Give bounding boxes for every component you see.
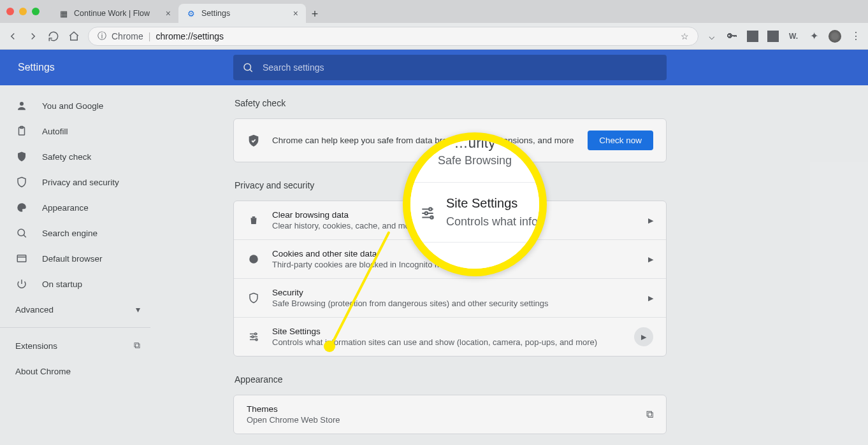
close-tab-icon[interactable]: × bbox=[166, 8, 171, 18]
tab-flow[interactable]: ▦ Continue Work | Flow × bbox=[51, 4, 178, 23]
row-subtitle: Safe Browsing (protection from dangerous… bbox=[272, 299, 637, 308]
window-titlebar: ▦ Continue Work | Flow × ⚙ Settings × + bbox=[0, 0, 868, 23]
sidebar-item-label: You and Google bbox=[42, 101, 103, 111]
settings-search-input[interactable] bbox=[263, 62, 658, 73]
shield-icon bbox=[247, 292, 261, 304]
row-security[interactable]: Security Safe Browsing (protection from … bbox=[234, 278, 666, 317]
appearance-card: Themes Open Chrome Web Store ⧉ bbox=[233, 395, 667, 434]
sidebar-item-label: Default browser bbox=[42, 254, 103, 264]
section-title-appearance: Appearance bbox=[235, 374, 667, 385]
search-icon bbox=[15, 227, 28, 239]
svg-point-7 bbox=[255, 333, 257, 335]
cookie-icon bbox=[247, 253, 261, 265]
home-button[interactable] bbox=[68, 30, 80, 43]
svg-rect-5 bbox=[17, 255, 26, 262]
tab-title: Continue Work | Flow bbox=[74, 9, 150, 18]
search-icon bbox=[242, 62, 254, 73]
svg-point-6 bbox=[249, 255, 258, 264]
chrome-menu-icon[interactable]: ⋮ bbox=[850, 31, 862, 42]
external-link-icon: ⧉ bbox=[646, 409, 653, 420]
ext2-icon[interactable] bbox=[767, 31, 779, 42]
sidebar-item-you-and-google[interactable]: You and Google bbox=[0, 93, 156, 118]
section-title-privacy: Privacy and security bbox=[235, 180, 667, 190]
new-tab-button[interactable]: + bbox=[306, 5, 324, 23]
row-title: Clear browsing data bbox=[272, 210, 637, 220]
toolbar-actions: ⌵ 🔑︎ W. ✦ ⋮ bbox=[706, 30, 862, 43]
settings-content: You and Google Autofill Safety check Pri… bbox=[0, 85, 868, 445]
minimize-window-button[interactable] bbox=[19, 8, 27, 15]
svg-point-1 bbox=[20, 102, 24, 106]
row-subtitle: Open Chrome Web Store bbox=[247, 415, 635, 425]
ext1-icon[interactable] bbox=[747, 31, 758, 42]
sidebar-item-search-engine[interactable]: Search engine bbox=[0, 220, 156, 246]
sidebar-separator bbox=[0, 327, 150, 328]
tab-strip: ▦ Continue Work | Flow × ⚙ Settings × + bbox=[51, 0, 324, 23]
sidebar-about-chrome-link[interactable]: About Chrome bbox=[0, 358, 156, 384]
profile-avatar-icon[interactable] bbox=[828, 30, 841, 43]
advanced-label: Advanced bbox=[15, 305, 54, 314]
window-controls bbox=[6, 8, 40, 15]
sidebar-item-label: On startup bbox=[42, 279, 82, 289]
trash-icon bbox=[247, 215, 261, 226]
row-title: Security bbox=[272, 288, 637, 297]
sidebar-item-label: Search engine bbox=[42, 229, 98, 238]
site-info-icon[interactable]: ⓘ bbox=[98, 31, 106, 42]
sidebar-item-label: Autofill bbox=[42, 127, 68, 136]
settings-header: Settings bbox=[0, 50, 868, 85]
safety-check-message: Chrome can help keep you safe from data … bbox=[272, 136, 576, 145]
svg-point-4 bbox=[18, 229, 25, 236]
forward-button[interactable] bbox=[27, 30, 40, 43]
clipboard-icon bbox=[15, 125, 28, 138]
sidebar-item-appearance[interactable]: Appearance bbox=[0, 195, 156, 220]
chevron-right-icon: ▶ bbox=[648, 216, 653, 225]
settings-favicon-icon: ⚙ bbox=[186, 8, 196, 18]
chevron-down-icon: ▾ bbox=[136, 304, 140, 314]
sidebar-item-autofill[interactable]: Autofill bbox=[0, 118, 156, 144]
bookmark-star-icon[interactable]: ☆ bbox=[681, 31, 689, 41]
row-subtitle: Third-party cookies are blocked in Incog… bbox=[272, 260, 637, 269]
flow-favicon-icon: ▦ bbox=[59, 8, 69, 18]
shield-icon bbox=[15, 176, 28, 188]
row-clear-browsing-data[interactable]: Clear browsing data Clear history, cooki… bbox=[234, 201, 666, 239]
shield-check-icon bbox=[247, 134, 261, 148]
pocket-icon[interactable]: ⌵ bbox=[706, 31, 718, 42]
extensions-icon[interactable]: ✦ bbox=[808, 31, 820, 42]
external-link-icon: ⧉ bbox=[134, 341, 140, 351]
shield-check-icon bbox=[15, 150, 28, 163]
back-button[interactable] bbox=[6, 30, 19, 43]
sidebar-item-safety-check[interactable]: Safety check bbox=[0, 144, 156, 169]
link-label: Extensions bbox=[15, 341, 57, 351]
page-title: Settings bbox=[0, 62, 233, 73]
browser-icon bbox=[15, 252, 28, 265]
close-tab-icon[interactable]: × bbox=[293, 8, 298, 18]
svg-point-8 bbox=[252, 336, 254, 338]
sidebar-item-default-browser[interactable]: Default browser bbox=[0, 246, 156, 271]
privacy-card: Clear browsing data Clear history, cooki… bbox=[233, 201, 667, 357]
maximize-window-button[interactable] bbox=[32, 8, 40, 15]
ext3-icon[interactable]: W. bbox=[788, 31, 799, 42]
row-cookies[interactable]: Cookies and other site data Third-party … bbox=[234, 239, 666, 278]
reload-button[interactable] bbox=[47, 30, 60, 43]
sidebar-item-label: Privacy and security bbox=[42, 178, 119, 187]
address-bar[interactable]: ⓘ Chrome | chrome://settings ☆ bbox=[88, 27, 698, 46]
row-title: Themes bbox=[247, 404, 635, 414]
sidebar-item-privacy[interactable]: Privacy and security bbox=[0, 169, 156, 195]
row-themes[interactable]: Themes Open Chrome Web Store ⧉ bbox=[234, 395, 666, 434]
settings-search[interactable] bbox=[233, 55, 667, 80]
chevron-right-icon: ▶ bbox=[634, 327, 653, 346]
row-title: Cookies and other site data bbox=[272, 249, 637, 258]
key-icon[interactable]: 🔑︎ bbox=[727, 31, 738, 42]
row-site-settings[interactable]: Site Settings Controls what information … bbox=[234, 317, 666, 356]
tune-icon bbox=[247, 331, 261, 343]
sidebar-extensions-link[interactable]: Extensions ⧉ bbox=[0, 333, 156, 358]
sidebar-item-on-startup[interactable]: On startup bbox=[0, 271, 156, 297]
sidebar-advanced-toggle[interactable]: Advanced ▾ bbox=[0, 297, 156, 322]
tab-settings[interactable]: ⚙ Settings × bbox=[178, 4, 306, 23]
check-now-button[interactable]: Check now bbox=[588, 131, 653, 150]
close-window-button[interactable] bbox=[6, 8, 14, 15]
power-icon bbox=[15, 278, 28, 290]
palette-icon bbox=[15, 201, 28, 214]
tab-title: Settings bbox=[201, 9, 230, 18]
browser-toolbar: ⓘ Chrome | chrome://settings ☆ ⌵ 🔑︎ W. ✦… bbox=[0, 23, 868, 50]
url-separator: | bbox=[148, 31, 151, 41]
